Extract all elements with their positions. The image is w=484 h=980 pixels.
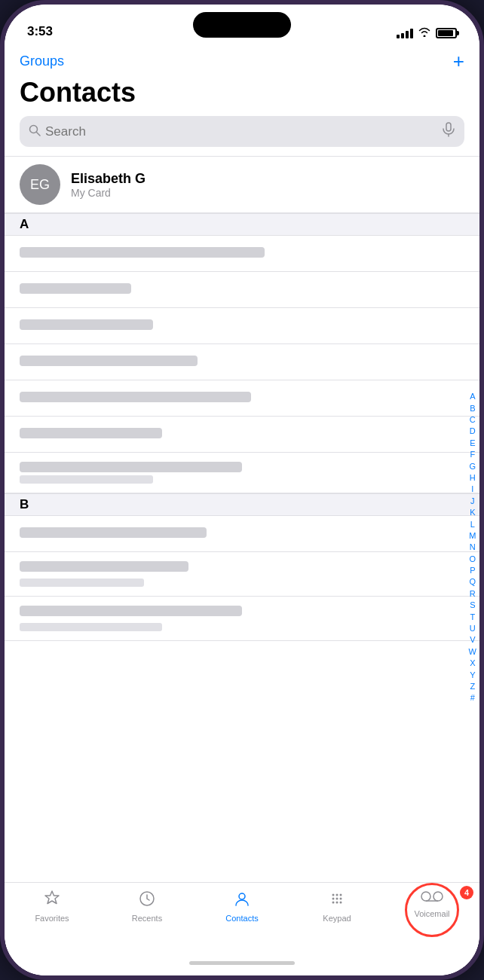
svg-point-10 <box>336 898 338 900</box>
alpha-l[interactable]: L <box>470 519 475 530</box>
alpha-y[interactable]: Y <box>470 670 475 681</box>
list-item[interactable] <box>5 236 479 272</box>
home-indicator <box>5 950 479 975</box>
tab-keypad-label: Keypad <box>323 914 351 923</box>
silent-switch <box>0 125 3 149</box>
wifi-icon <box>418 27 431 39</box>
my-card-name: Elisabeth G <box>71 171 464 187</box>
search-input[interactable] <box>45 124 437 139</box>
svg-point-16 <box>433 892 443 901</box>
list-item[interactable] <box>5 380 479 417</box>
power-button <box>481 178 484 238</box>
voicemail-badge: 4 <box>460 886 473 899</box>
alpha-b[interactable]: B <box>470 403 475 414</box>
tab-contacts-label: Contacts <box>225 914 258 923</box>
svg-point-11 <box>340 898 342 900</box>
svg-line-1 <box>37 132 41 136</box>
svg-point-8 <box>340 894 342 896</box>
list-item[interactable] <box>5 344 479 380</box>
alpha-j[interactable]: J <box>470 496 475 507</box>
alpha-u[interactable]: U <box>470 623 476 634</box>
alpha-f[interactable]: F <box>470 449 475 460</box>
my-card-label: My Card <box>71 187 464 199</box>
favorites-icon <box>42 889 62 911</box>
alpha-h[interactable]: H <box>470 472 476 484</box>
alpha-g[interactable]: G <box>470 461 476 472</box>
search-bar[interactable] <box>20 116 464 147</box>
recents-icon <box>137 889 157 911</box>
signal-icon <box>397 29 413 38</box>
tab-recents[interactable]: Recents <box>100 889 195 923</box>
volume-up-button <box>0 163 3 208</box>
tab-voicemail[interactable]: 4 Voicemail <box>384 889 479 918</box>
tab-keypad[interactable]: Keypad <box>289 889 384 923</box>
avatar: EG <box>20 164 60 205</box>
page-title: Contacts <box>5 74 479 116</box>
tab-favorites[interactable]: Favorites <box>5 889 100 923</box>
phone-screen: 3:53 <box>5 5 479 975</box>
list-item[interactable] <box>5 272 479 308</box>
dynamic-island <box>193 12 291 38</box>
alpha-t[interactable]: T <box>470 612 475 623</box>
section-header-b: B <box>5 493 479 516</box>
alpha-a[interactable]: A <box>470 391 475 402</box>
list-item[interactable] <box>5 516 479 552</box>
voicemail-icon <box>421 889 443 907</box>
alpha-k[interactable]: K <box>470 507 475 518</box>
search-icon <box>29 124 41 139</box>
status-time: 3:53 <box>27 24 53 39</box>
keypad-icon <box>327 889 347 911</box>
svg-point-6 <box>332 894 335 896</box>
tab-voicemail-label: Voicemail <box>414 909 449 918</box>
svg-rect-2 <box>446 123 451 131</box>
contacts-icon <box>232 889 252 911</box>
alpha-o[interactable]: O <box>470 554 476 565</box>
list-item[interactable] <box>5 417 479 453</box>
list-item[interactable] <box>5 597 479 641</box>
alphabet-index[interactable]: A B C D E F G H I J K L M N O P Q <box>469 213 476 882</box>
add-contact-button[interactable]: + <box>453 51 464 71</box>
alpha-p[interactable]: P <box>470 565 475 576</box>
alpha-n[interactable]: N <box>470 542 476 553</box>
alpha-v[interactable]: V <box>470 634 475 646</box>
alpha-m[interactable]: M <box>469 530 476 542</box>
alpha-c[interactable]: C <box>470 414 476 426</box>
alpha-s[interactable]: S <box>470 600 475 611</box>
alpha-i[interactable]: I <box>471 484 473 495</box>
tab-recents-label: Recents <box>132 914 162 923</box>
alpha-hash[interactable]: # <box>470 692 475 704</box>
alpha-x[interactable]: X <box>470 658 475 669</box>
nav-header: Groups + <box>5 45 479 74</box>
home-bar <box>189 961 295 965</box>
svg-point-7 <box>336 894 338 896</box>
svg-point-13 <box>336 902 338 904</box>
contacts-list[interactable]: A <box>5 213 479 882</box>
tab-contacts[interactable]: Contacts <box>195 889 289 923</box>
tab-favorites-label: Favorites <box>35 914 69 923</box>
svg-point-5 <box>239 893 245 899</box>
alpha-d[interactable]: D <box>470 426 476 437</box>
content-area: Groups + Contacts <box>5 45 479 975</box>
my-card-row[interactable]: EG Elisabeth G My Card <box>5 157 479 212</box>
alpha-q[interactable]: Q <box>470 576 476 588</box>
svg-point-12 <box>332 902 335 904</box>
volume-down-button <box>0 218 3 264</box>
list-item[interactable] <box>5 308 479 344</box>
list-item[interactable] <box>5 453 479 493</box>
alpha-r[interactable]: R <box>470 588 476 600</box>
list-item[interactable] <box>5 552 479 597</box>
tab-bar: Favorites Recents <box>5 882 479 950</box>
alpha-w[interactable]: W <box>469 646 476 658</box>
alpha-e[interactable]: E <box>470 438 475 449</box>
section-header-a: A <box>5 213 479 236</box>
groups-button[interactable]: Groups <box>20 53 64 69</box>
phone-frame: 3:53 <box>0 0 484 980</box>
svg-point-14 <box>340 902 342 904</box>
svg-point-9 <box>332 898 335 900</box>
svg-point-15 <box>421 892 430 901</box>
alpha-z[interactable]: Z <box>470 681 475 692</box>
status-icons <box>397 27 457 39</box>
mic-icon[interactable] <box>442 122 455 141</box>
battery-icon <box>436 28 457 38</box>
my-card-info: Elisabeth G My Card <box>71 171 464 199</box>
